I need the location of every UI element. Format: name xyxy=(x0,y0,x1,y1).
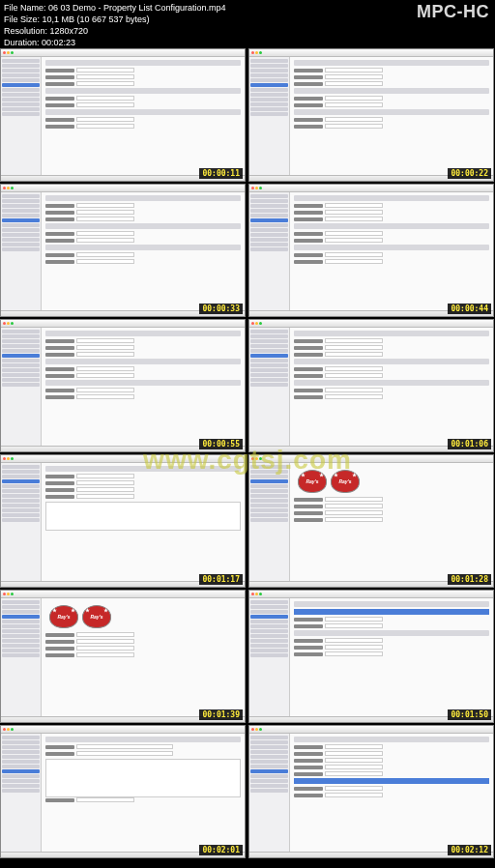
timestamp-badge: 00:00:11 xyxy=(199,168,243,179)
image-well xyxy=(45,502,241,531)
thumbnail-grid: 00:00:11 xyxy=(0,0,495,858)
content-panel xyxy=(290,734,493,857)
content-panel: Ray's Ray's xyxy=(290,463,493,587)
content-panel xyxy=(42,463,245,587)
app-logo-icon: Ray's xyxy=(331,470,360,493)
timestamp-badge: 00:01:39 xyxy=(199,709,243,720)
content-panel xyxy=(290,328,493,451)
sidebar xyxy=(1,57,42,181)
timestamp-badge: 00:01:06 xyxy=(448,439,491,449)
thumbnail-frame[interactable]: 00:01:17 xyxy=(0,454,246,588)
window-titlebar xyxy=(1,185,245,192)
app-title: MPC-HC xyxy=(417,2,489,22)
thumbnail-frame[interactable]: 00:00:44 xyxy=(248,184,494,317)
selected-row xyxy=(294,778,489,784)
thumbnail-frame[interactable]: 00:02:01 xyxy=(0,725,246,858)
sidebar xyxy=(249,598,290,722)
window-titlebar xyxy=(249,185,493,192)
thumbnail-frame[interactable]: 00:00:11 xyxy=(0,48,246,182)
content-panel xyxy=(290,192,493,316)
window-titlebar xyxy=(249,320,493,328)
sidebar xyxy=(1,598,42,722)
sidebar xyxy=(249,57,290,181)
timestamp-badge: 00:00:22 xyxy=(448,168,491,179)
thumbnail-frame[interactable]: 00:01:06 xyxy=(248,319,494,452)
thumbnail-frame[interactable]: 00:02:12 xyxy=(248,725,494,858)
selected-row xyxy=(294,609,489,615)
content-panel xyxy=(290,57,493,181)
thumbnail-frame[interactable]: 00:00:22 xyxy=(248,48,494,182)
window-titlebar xyxy=(249,455,493,463)
sidebar xyxy=(1,192,42,316)
content-panel xyxy=(290,598,493,722)
window-titlebar xyxy=(249,49,493,57)
content-panel xyxy=(42,734,245,857)
file-info-overlay: File Name: 06 03 Demo - Property List Co… xyxy=(4,2,226,48)
app-logo-icon: Ray's xyxy=(298,470,327,493)
content-panel xyxy=(42,192,245,316)
timestamp-badge: 00:02:01 xyxy=(199,845,243,855)
timestamp-badge: 00:01:17 xyxy=(199,574,243,585)
sidebar xyxy=(1,463,42,587)
app-logo-icon: Ray's xyxy=(49,605,78,628)
timestamp-badge: 00:00:33 xyxy=(199,304,243,314)
window-titlebar xyxy=(1,455,245,463)
thumbnail-frame[interactable]: Ray's Ray's 00:01:39 xyxy=(0,590,246,723)
window-titlebar xyxy=(249,726,493,734)
window-titlebar xyxy=(1,49,245,57)
sidebar xyxy=(249,734,290,857)
thumbnail-frame[interactable]: Ray's Ray's 00:01:28 xyxy=(248,454,494,588)
window-titlebar xyxy=(249,591,493,598)
thumbnail-frame[interactable]: 00:00:33 xyxy=(0,184,246,317)
timestamp-badge: 00:01:50 xyxy=(448,709,491,720)
timestamp-badge: 00:02:12 xyxy=(448,845,491,855)
content-panel: Ray's Ray's xyxy=(42,598,245,722)
sidebar xyxy=(1,734,42,857)
window-titlebar xyxy=(1,591,245,598)
window-titlebar xyxy=(1,726,245,734)
app-logo-icon: Ray's xyxy=(82,605,111,628)
sidebar xyxy=(249,463,290,587)
timestamp-badge: 00:00:44 xyxy=(448,304,491,314)
thumbnail-frame[interactable]: 00:01:50 xyxy=(248,590,494,723)
timestamp-badge: 00:00:55 xyxy=(199,439,243,449)
sidebar xyxy=(249,192,290,316)
text-area xyxy=(45,759,241,797)
sidebar xyxy=(1,328,42,451)
content-panel xyxy=(42,328,245,451)
thumbnail-frame[interactable]: 00:00:55 xyxy=(0,319,246,452)
content-panel xyxy=(42,57,245,181)
sidebar xyxy=(249,328,290,451)
timestamp-badge: 00:01:28 xyxy=(448,574,491,585)
window-titlebar xyxy=(1,320,245,328)
